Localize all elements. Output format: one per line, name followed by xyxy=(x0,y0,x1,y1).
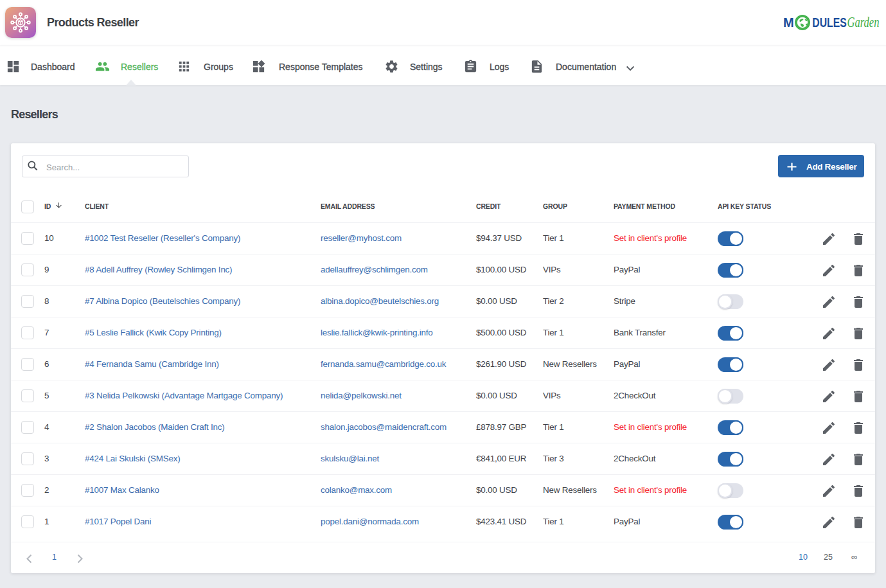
svg-text:Garden: Garden xyxy=(847,14,880,30)
svg-text:DULES: DULES xyxy=(812,15,847,30)
svg-text:M: M xyxy=(783,15,794,30)
